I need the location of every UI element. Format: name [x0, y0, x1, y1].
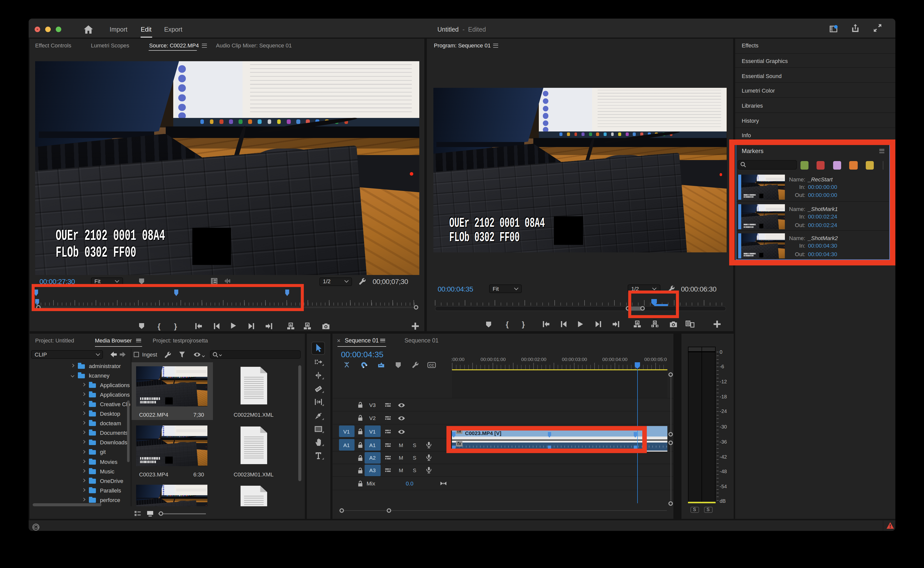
svg-text:CC: CC — [429, 363, 434, 367]
